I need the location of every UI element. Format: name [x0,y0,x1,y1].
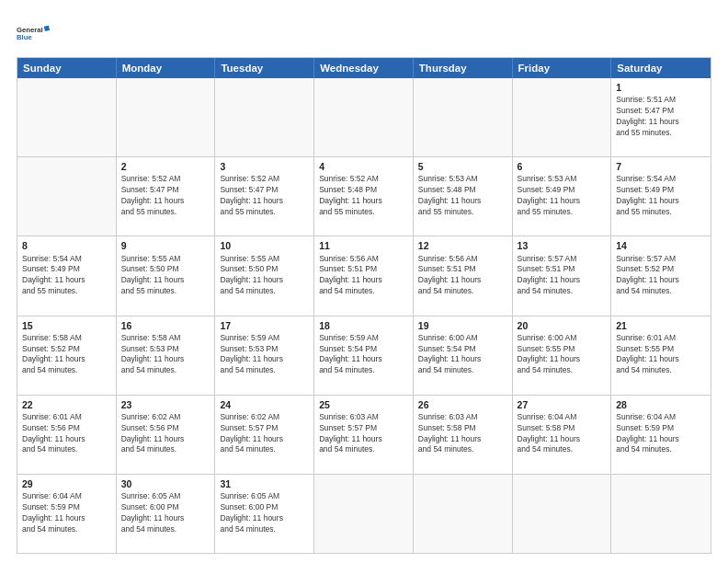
day-num: 24 [220,398,309,411]
cal-cell-empty [513,78,612,156]
cal-cell-10: 10Sunrise: 5:55 AMSunset: 5:50 PMDayligh… [215,236,314,315]
day-num: 11 [319,239,408,252]
day-num: 16 [121,319,210,332]
day-num: 12 [418,239,507,252]
logo: General Blue [17,17,50,50]
day-num: 2 [121,160,210,173]
cal-cell-empty [611,475,711,553]
cell-text: Sunrise: 6:03 AMSunset: 5:58 PMDaylight:… [418,412,482,454]
svg-text:General: General [17,26,43,34]
cal-cell-6: 6Sunrise: 5:53 AMSunset: 5:49 PMDaylight… [513,157,612,236]
cal-cell-empty [513,475,612,553]
cell-text: Sunrise: 5:59 AMSunset: 5:54 PMDaylight:… [319,333,382,375]
cal-week-3: 15Sunrise: 5:58 AMSunset: 5:52 PMDayligh… [17,316,711,395]
cal-cell-17: 17Sunrise: 5:59 AMSunset: 5:53 PMDayligh… [215,316,314,395]
cell-text: Sunrise: 5:56 AMSunset: 5:51 PMDaylight:… [319,254,382,296]
cell-text: Sunrise: 6:00 AMSunset: 5:55 PMDaylight:… [518,333,581,375]
cell-text: Sunrise: 6:05 AMSunset: 6:00 PMDaylight:… [121,491,185,534]
cell-text: Sunrise: 6:02 AMSunset: 5:56 PMDaylight:… [121,412,185,454]
cal-cell-7: 7Sunrise: 5:54 AMSunset: 5:49 PMDaylight… [611,157,711,236]
cal-cell-empty-sun [17,157,117,236]
cal-cell-25: 25Sunrise: 6:03 AMSunset: 5:57 PMDayligh… [314,396,414,474]
cal-header-monday: Monday [117,58,216,78]
day-num: 4 [319,160,408,173]
day-num: 9 [121,239,210,252]
cal-cell-18: 18Sunrise: 5:59 AMSunset: 5:54 PMDayligh… [314,316,414,395]
cell-text: Sunrise: 5:52 AMSunset: 5:47 PMDaylight:… [121,174,185,216]
day-num: 6 [518,160,607,173]
page: General Blue SundayMondayTuesdayWednesda… [0,0,728,563]
cal-cell-14: 14Sunrise: 5:57 AMSunset: 5:52 PMDayligh… [611,236,711,315]
day-num: 5 [418,160,507,173]
cal-cell-9: 9Sunrise: 5:55 AMSunset: 5:50 PMDaylight… [117,236,216,315]
day-num: 18 [319,319,408,332]
cell-text: Sunrise: 6:04 AMSunset: 5:58 PMDaylight:… [518,412,581,454]
cal-cell-26: 26Sunrise: 6:03 AMSunset: 5:58 PMDayligh… [414,396,513,474]
day-num: 20 [518,319,607,332]
cell-text: Sunrise: 6:01 AMSunset: 5:56 PMDaylight:… [22,412,85,454]
day-num: 26 [418,398,507,411]
day-num: 1 [616,81,706,94]
cell-text: Sunrise: 5:59 AMSunset: 5:53 PMDaylight:… [220,333,283,375]
day-num: 29 [22,477,111,490]
cal-cell-3: 3Sunrise: 5:52 AMSunset: 5:47 PMDaylight… [215,157,314,236]
cal-cell-empty [17,78,117,156]
cal-cell-13: 13Sunrise: 5:57 AMSunset: 5:51 PMDayligh… [513,236,612,315]
day-num: 27 [518,398,607,411]
day-num: 22 [22,398,111,411]
cell-text: Sunrise: 5:53 AMSunset: 5:49 PMDaylight:… [518,174,581,216]
cal-cell-20: 20Sunrise: 6:00 AMSunset: 5:55 PMDayligh… [513,316,612,395]
cell-text: Sunrise: 5:51 AMSunset: 5:47 PMDaylight:… [616,95,679,137]
header: General Blue [17,17,711,50]
cell-text: Sunrise: 5:52 AMSunset: 5:47 PMDaylight:… [220,174,283,216]
calendar-body: 1Sunrise: 5:51 AMSunset: 5:47 PMDaylight… [17,78,711,553]
cell-text: Sunrise: 6:05 AMSunset: 6:00 PMDaylight:… [220,491,283,534]
cell-text: Sunrise: 5:58 AMSunset: 5:53 PMDaylight:… [121,333,185,375]
day-num: 23 [121,398,210,411]
cell-text: Sunrise: 5:54 AMSunset: 5:49 PMDaylight:… [616,174,679,216]
cal-week-4: 22Sunrise: 6:01 AMSunset: 5:56 PMDayligh… [17,395,711,474]
cal-cell-22: 22Sunrise: 6:01 AMSunset: 5:56 PMDayligh… [17,396,117,474]
cal-header-tuesday: Tuesday [215,58,314,78]
svg-text:Blue: Blue [17,33,32,41]
cal-header-wednesday: Wednesday [314,58,414,78]
cal-cell-19: 19Sunrise: 6:00 AMSunset: 5:54 PMDayligh… [414,316,513,395]
cal-cell-23: 23Sunrise: 6:02 AMSunset: 5:56 PMDayligh… [117,396,216,474]
day-num: 21 [616,319,706,332]
cal-cell-5: 5Sunrise: 5:53 AMSunset: 5:48 PMDaylight… [414,157,513,236]
cell-text: Sunrise: 5:56 AMSunset: 5:51 PMDaylight:… [418,254,482,296]
cal-cell-empty [314,475,414,553]
day-num: 3 [220,160,309,173]
day-num: 15 [22,319,111,332]
cell-text: Sunrise: 5:58 AMSunset: 5:52 PMDaylight:… [22,333,85,375]
cell-text: Sunrise: 5:53 AMSunset: 5:48 PMDaylight:… [418,174,482,216]
cal-cell-15: 15Sunrise: 5:58 AMSunset: 5:52 PMDayligh… [17,316,117,395]
day-num: 19 [418,319,507,332]
cal-week-1: 2Sunrise: 5:52 AMSunset: 5:47 PMDaylight… [17,156,711,236]
cal-cell-29: 29Sunrise: 6:04 AMSunset: 5:59 PMDayligh… [17,475,117,553]
cal-week-0: 1Sunrise: 5:51 AMSunset: 5:47 PMDaylight… [17,78,711,156]
svg-marker-2 [44,26,50,31]
day-num: 25 [319,398,408,411]
cell-text: Sunrise: 6:03 AMSunset: 5:57 PMDaylight:… [319,412,382,454]
cal-cell-24: 24Sunrise: 6:02 AMSunset: 5:57 PMDayligh… [215,396,314,474]
cell-text: Sunrise: 5:55 AMSunset: 5:50 PMDaylight:… [121,254,185,296]
cal-cell-31: 31Sunrise: 6:05 AMSunset: 6:00 PMDayligh… [215,475,314,553]
cell-text: Sunrise: 5:54 AMSunset: 5:49 PMDaylight:… [22,254,85,296]
cal-cell-empty [215,78,314,156]
cell-text: Sunrise: 6:01 AMSunset: 5:55 PMDaylight:… [616,333,679,375]
cal-cell-empty [117,78,216,156]
cell-text: Sunrise: 6:00 AMSunset: 5:54 PMDaylight:… [418,333,482,375]
day-num: 14 [616,239,706,252]
day-num: 28 [616,398,706,411]
cell-text: Sunrise: 5:57 AMSunset: 5:52 PMDaylight:… [616,254,679,296]
cal-cell-1: 1Sunrise: 5:51 AMSunset: 5:47 PMDaylight… [611,78,711,156]
cal-header-sunday: Sunday [17,58,117,78]
cal-cell-21: 21Sunrise: 6:01 AMSunset: 5:55 PMDayligh… [611,316,711,395]
calendar-header-row: SundayMondayTuesdayWednesdayThursdayFrid… [17,58,711,78]
cell-text: Sunrise: 5:55 AMSunset: 5:50 PMDaylight:… [220,254,283,296]
cell-text: Sunrise: 6:04 AMSunset: 5:59 PMDaylight:… [22,491,85,534]
day-num: 13 [518,239,607,252]
cell-text: Sunrise: 5:52 AMSunset: 5:48 PMDaylight:… [319,174,382,216]
cal-week-2: 8Sunrise: 5:54 AMSunset: 5:49 PMDaylight… [17,236,711,315]
